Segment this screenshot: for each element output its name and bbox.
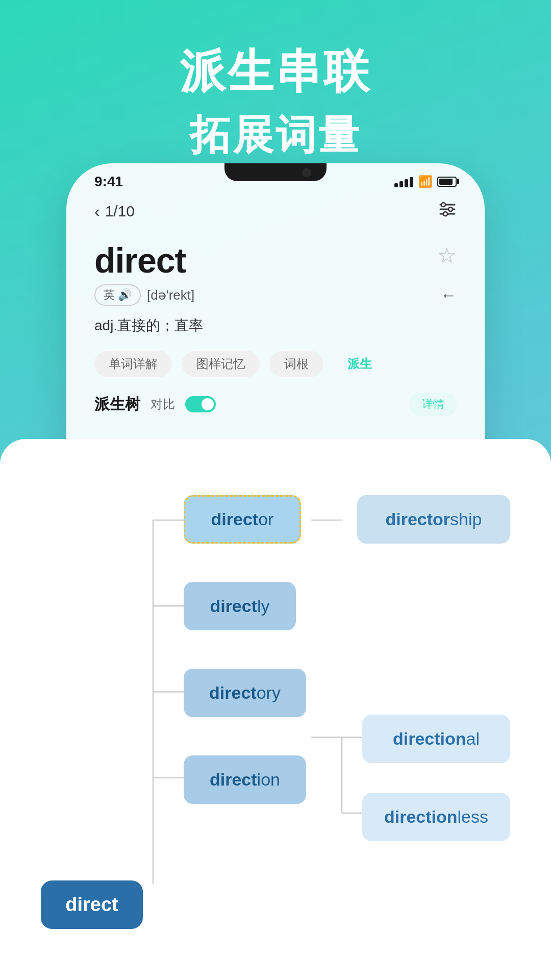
tab-root[interactable]: 词根 [270, 351, 323, 377]
compare-label: 对比 [151, 396, 175, 412]
sound-icon[interactable]: 🔊 [118, 288, 132, 302]
phone-content: ‹ 1/10 direct ☆ [66, 195, 485, 431]
pronunciation-section: 英 🔊 [də'rekt] [94, 284, 194, 306]
node-directorship[interactable]: directorship [357, 495, 510, 544]
wifi-icon: 📶 [418, 175, 432, 188]
page-number: 1/10 [105, 203, 135, 220]
node-direct-text: direct [65, 894, 118, 916]
filter-icon[interactable] [438, 200, 457, 223]
phonetic-text: [də'rekt] [147, 287, 194, 303]
nav-back-group[interactable]: ‹ 1/10 [94, 202, 135, 221]
node-director[interactable]: director [184, 495, 301, 544]
tab-bar: 单词详解 图样记忆 词根 派生 [94, 351, 457, 377]
node-director-text: director [211, 509, 274, 529]
node-directionless[interactable]: directionless [362, 793, 510, 841]
compare-toggle[interactable] [185, 396, 216, 412]
node-directional[interactable]: directional [362, 715, 510, 763]
phone-camera [302, 168, 311, 177]
nav-bar: ‹ 1/10 [94, 200, 457, 223]
node-direct[interactable]: direct [41, 880, 143, 929]
word-section: direct ☆ [94, 240, 457, 280]
header-line2: 拓展词量 [0, 108, 551, 163]
phone-time: 9:41 [94, 174, 123, 190]
tab-derivative[interactable]: 派生 [333, 351, 386, 377]
battery-icon [437, 177, 457, 187]
svg-point-3 [441, 203, 445, 207]
pronunciation-row: 英 🔊 [də'rekt] ← [94, 284, 457, 306]
node-directional-text: directional [393, 729, 480, 749]
section-header: 派生树 对比 详情 [94, 393, 457, 416]
svg-point-4 [448, 207, 453, 211]
tab-word-detail[interactable]: 单词详解 [94, 351, 172, 377]
node-directly[interactable]: directly [184, 582, 296, 630]
node-direction[interactable]: direction [184, 755, 306, 804]
svg-point-5 [443, 212, 447, 216]
word-tree: direct director directorship directly di… [26, 464, 525, 960]
language-badge[interactable]: 英 🔊 [94, 284, 141, 306]
node-directory-text: directory [209, 683, 281, 703]
phone-status-bar: 9:41 📶 [66, 163, 485, 195]
signal-icon [394, 176, 413, 187]
favorite-icon[interactable]: ☆ [437, 243, 457, 268]
node-directly-text: directly [210, 596, 269, 616]
tab-image-memory[interactable]: 图样记忆 [182, 351, 260, 377]
status-icons: 📶 [394, 175, 457, 188]
node-directorship-text: directorship [386, 509, 482, 529]
node-directionless-text: directionless [384, 807, 488, 827]
phone-notch [224, 163, 327, 181]
word-tree-card: direct director directorship directly di… [0, 439, 551, 980]
language-label: 英 [104, 287, 115, 303]
back-arrow-icon[interactable]: ‹ [94, 202, 100, 221]
node-directory[interactable]: directory [184, 669, 306, 717]
header-section: 派生串联 拓展词量 [0, 0, 551, 163]
main-word: direct [94, 240, 186, 280]
word-definition: adj.直接的；直率 [94, 316, 457, 335]
header-line1: 派生串联 [0, 41, 551, 103]
node-direction-text: direction [210, 770, 280, 790]
detail-button[interactable]: 详情 [410, 393, 457, 416]
nav-back-icon[interactable]: ← [440, 286, 457, 305]
section-title: 派生树 [94, 394, 140, 415]
